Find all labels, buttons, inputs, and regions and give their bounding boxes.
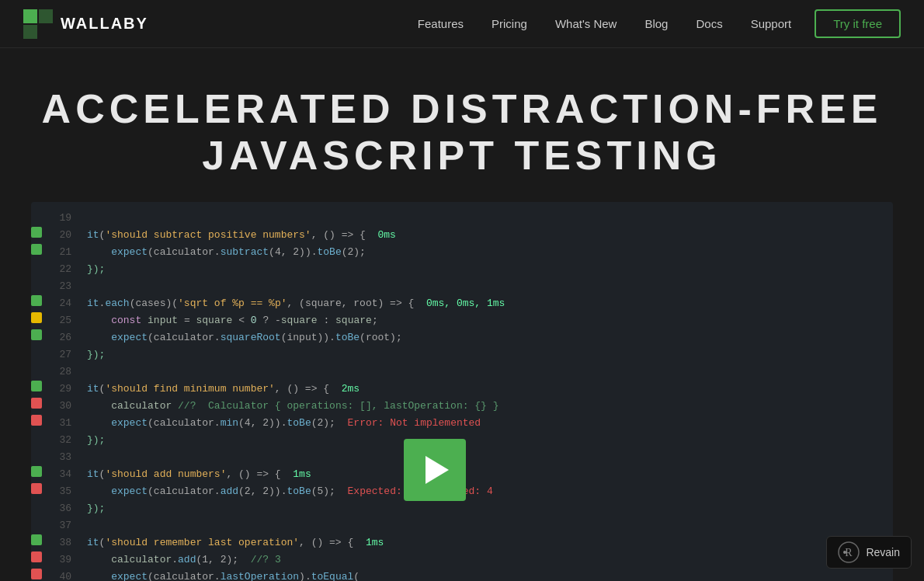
code-line-26: 26 expect(calculator.squareRoot(input)).… [31,329,893,346]
indicator-37 [31,517,42,528]
code-editor: 19 20 it('should subtract positive numbe… [31,202,893,581]
indicator-21 [31,244,42,255]
code-line-40: 40 expect(calculator.lastOperation).toEq… [31,569,893,581]
code-line-27: 27 }); [31,346,893,364]
nav-docs[interactable]: Docs [696,17,722,30]
indicator-31 [31,415,42,426]
indicator-24 [31,295,42,306]
indicator-22 [31,261,42,272]
indicator-36 [31,500,42,511]
play-icon [426,456,449,484]
nav-links: Features Pricing What's New Blog Docs Su… [418,17,791,30]
code-line-31: 31 expect(calculator.min(4, 2)).toBe(2);… [31,415,893,432]
indicator-30 [31,398,42,409]
indicator-39 [31,551,42,562]
indicator-29 [31,381,42,391]
indicator-25 [31,312,42,323]
code-line-36: 36 }); [31,500,893,517]
code-line-22: 22 }); [31,261,893,278]
navbar: WALLABY Features Pricing What's New Blog… [0,0,924,48]
indicator-32 [31,432,42,443]
svg-rect-3 [39,25,53,39]
indicator-38 [31,534,42,545]
nav-whats-new[interactable]: What's New [555,17,617,30]
hero-section: ACCELERATED DISTRACTION-FREE JAVASCRIPT … [0,48,924,202]
nav-features[interactable]: Features [418,17,464,30]
code-area: 19 20 it('should subtract positive numbe… [0,202,924,581]
indicator-23 [31,278,42,289]
svg-rect-1 [39,9,53,23]
svg-rect-0 [23,9,37,23]
indicator-34 [31,466,42,477]
code-line-19: 19 [31,210,893,227]
play-button[interactable] [404,439,466,501]
code-line-23: 23 [31,278,893,295]
code-line-29: 29 it('should find minimum number', () =… [31,381,893,398]
nav-blog[interactable]: Blog [644,17,668,30]
svg-point-6 [843,551,846,554]
nav-pricing[interactable]: Pricing [492,17,527,30]
try-free-button[interactable]: Try it free [815,9,901,38]
code-line-37: 37 [31,517,893,534]
code-line-25: 25 const input = square < 0 ? -square : … [31,312,893,329]
indicator-20 [31,227,42,238]
indicator-33 [31,449,42,460]
nav-logo[interactable]: WALLABY [23,9,148,39]
indicator-35 [31,483,42,494]
nav-support[interactable]: Support [751,17,792,30]
code-line-24: 24 it.each(cases)('sqrt of %p == %p', (s… [31,295,893,312]
hero-title: ACCELERATED DISTRACTION-FREE JAVASCRIPT … [16,85,908,179]
code-line-38: 38 it('should remember last operation', … [31,534,893,551]
code-line-28: 28 [31,364,893,381]
wallaby-logo-icon [23,9,53,39]
code-line-30: 30 calculator //? Calculator { operation… [31,398,893,415]
code-line-21: 21 expect(calculator.subtract(4, 2)).toB… [31,244,893,261]
revain-badge[interactable]: R Revain [826,536,912,569]
indicator-19 [31,210,42,221]
revain-label: Revain [866,546,900,558]
brand-name: WALLABY [61,15,148,33]
indicator-27 [31,346,42,357]
indicator-40 [31,569,42,579]
code-line-20: 20 it('should subtract positive numbers'… [31,227,893,244]
indicator-26 [31,329,42,340]
indicator-28 [31,364,42,374]
revain-icon: R [838,541,860,563]
code-line-39: 39 calculator.add(1, 2); //? 3 [31,551,893,569]
svg-rect-2 [23,25,37,39]
